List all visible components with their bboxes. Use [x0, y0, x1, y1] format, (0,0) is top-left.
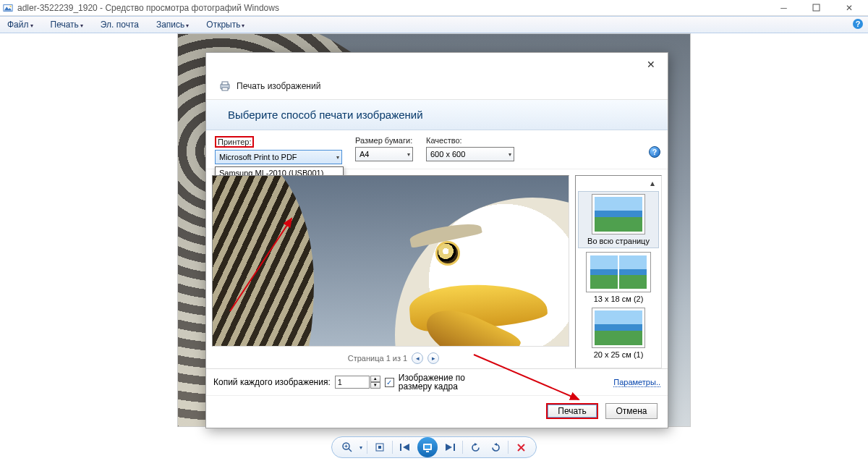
template-scroll-up[interactable]: ▴	[647, 179, 658, 187]
menubar: Файл▾ Печать▾ Эл. почта Запись▾ Открыть▾…	[0, 16, 868, 33]
template-full-page[interactable]: Во всю страницу	[579, 192, 658, 248]
copies-up[interactable]: ▲	[370, 376, 380, 382]
actual-size-icon[interactable]	[372, 439, 388, 455]
copies-label: Копий каждого изображения:	[213, 377, 331, 387]
quality-combo[interactable]: 600 x 600▾	[426, 147, 514, 161]
app-icon	[3, 3, 13, 13]
template-13x18[interactable]: 13 x 18 см (2)	[579, 252, 658, 303]
next-image-icon[interactable]	[442, 439, 458, 455]
dialog-header: Печать изображений	[206, 76, 668, 100]
svg-rect-23	[454, 444, 455, 451]
dialog-help-icon[interactable]: ?	[649, 146, 660, 158]
help-icon[interactable]: ?	[852, 18, 864, 32]
svg-rect-7	[222, 82, 228, 85]
copies-spinner[interactable]: ▲▼	[335, 376, 380, 389]
prev-page-button[interactable]: ◂	[412, 352, 423, 364]
svg-marker-24	[475, 443, 477, 446]
dialog-close-button[interactable]: ✕	[640, 56, 662, 73]
paper-size-combo[interactable]: A4▾	[355, 147, 413, 161]
delete-icon[interactable]	[513, 439, 529, 455]
prev-image-icon[interactable]	[397, 439, 413, 455]
zoom-in-icon[interactable]	[339, 439, 355, 455]
print-dialog: ✕ Печать изображений Выберите способ печ…	[205, 52, 668, 428]
svg-marker-18	[403, 444, 409, 451]
next-page-button[interactable]: ▸	[427, 352, 439, 364]
menu-email[interactable]: Эл. почта	[98, 18, 142, 31]
svg-marker-22	[446, 444, 452, 451]
menu-open[interactable]: Открыть▾	[203, 18, 247, 31]
menu-print[interactable]: Печать▾	[48, 18, 86, 31]
menu-burn[interactable]: Запись▾	[153, 18, 192, 31]
svg-line-12	[349, 449, 352, 452]
svg-point-2	[9, 5, 11, 7]
svg-rect-21	[426, 451, 429, 452]
svg-text:?: ?	[856, 20, 861, 28]
printer-label: Принтер:	[215, 136, 254, 148]
maximize-button[interactable]	[800, 0, 833, 16]
rotate-ccw-icon[interactable]	[467, 439, 483, 455]
slideshow-button[interactable]	[417, 437, 438, 457]
menu-file[interactable]: Файл▾	[4, 18, 36, 31]
print-preview	[212, 175, 569, 347]
dialog-options-row: Принтер: Microsoft Print to PDF▾ Размер …	[206, 130, 668, 169]
print-button[interactable]: Печать	[546, 403, 598, 419]
copies-down[interactable]: ▼	[370, 382, 380, 389]
svg-rect-17	[400, 444, 401, 451]
layout-templates: ▴ Во всю страницу 13 x 18 см (2) 20 x 25…	[575, 175, 662, 368]
window-titlebar: adler-3522239_1920 - Средство просмотра …	[0, 0, 868, 16]
dialog-footer-options: Копий каждого изображения: ▲▼ ✓ Изображе…	[206, 368, 668, 395]
paper-size-label: Размер бумаги:	[355, 136, 413, 145]
copies-input[interactable]	[335, 376, 370, 389]
dialog-title: Печать изображений	[237, 81, 320, 91]
printer-combo[interactable]: Microsoft Print to PDF▾	[215, 150, 342, 164]
svg-rect-20	[425, 445, 430, 449]
fit-frame-checkbox[interactable]: ✓	[385, 378, 394, 387]
options-link[interactable]: Параметры..	[613, 378, 660, 387]
minimize-button[interactable]: ─	[767, 0, 800, 16]
cancel-button[interactable]: Отмена	[605, 403, 658, 419]
quality-label: Качество:	[426, 136, 514, 145]
svg-rect-8	[222, 88, 228, 90]
fit-frame-label: Изображение поразмеру кадра	[399, 373, 465, 391]
rotate-cw-icon[interactable]	[488, 439, 503, 455]
dialog-banner: Выберите способ печати изображений	[206, 100, 668, 130]
viewer-toolbar: ▾	[331, 436, 537, 458]
page-indicator: Страница 1 из 1 ◂ ▸	[212, 352, 575, 364]
window-close-button[interactable]: ✕	[833, 0, 865, 16]
svg-rect-16	[378, 446, 381, 449]
window-title: adler-3522239_1920 - Средство просмотра …	[17, 3, 279, 13]
template-20x25[interactable]: 20 x 25 см (1)	[579, 308, 658, 359]
svg-marker-25	[494, 443, 497, 446]
svg-rect-3	[813, 4, 820, 11]
dialog-footer-buttons: Печать Отмена	[206, 395, 668, 428]
